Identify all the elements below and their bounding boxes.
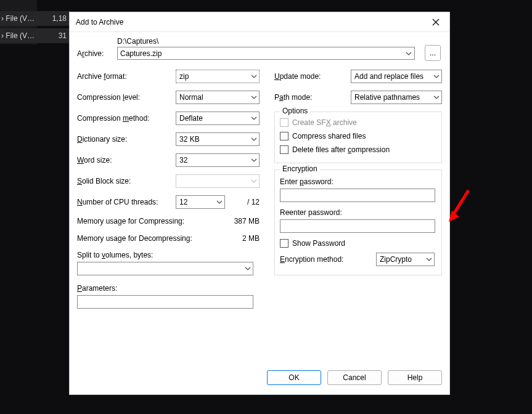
chevron-down-icon <box>251 115 257 121</box>
dictionary-size-row: Dictionary size: 32 KB <box>77 132 260 146</box>
browse-button[interactable]: ... <box>425 45 441 61</box>
annotation-arrow-icon <box>447 187 472 224</box>
archive-label: Archive: <box>77 49 111 60</box>
bg-file-size: 1,18 <box>52 14 67 23</box>
encryption-method-label: Encryption method: <box>280 255 371 264</box>
archive-format-label: Archive format: <box>77 72 176 81</box>
ok-button[interactable]: OK <box>267 370 321 385</box>
compress-shared-label: Compress shared files <box>292 132 366 140</box>
sfx-row: Create SFX archive <box>280 118 436 127</box>
memory-decompress-value: 2 MB <box>242 234 260 243</box>
memory-decompress-label: Memory usage for Decompressing: <box>77 234 192 243</box>
word-size-select[interactable]: 32 <box>176 153 260 167</box>
compression-method-row: Compression method: Deflate <box>77 112 260 125</box>
reenter-password-label: Reenter password: <box>280 208 436 217</box>
solid-block-label: Solid Block size: <box>77 177 176 185</box>
options-title: Options <box>280 107 310 115</box>
chevron-down-icon <box>251 94 257 100</box>
split-volumes-label: Split to volumes, bytes: <box>77 251 260 259</box>
archive-filename-select[interactable]: Captures.zip <box>117 47 415 60</box>
chevron-down-icon <box>251 136 257 142</box>
update-mode-select[interactable]: Add and replace files <box>351 70 442 83</box>
path-mode-label: Path mode: <box>274 93 351 102</box>
word-size-row: Word size: 32 <box>77 153 260 167</box>
encryption-method-select[interactable]: ZipCrypto <box>376 253 435 266</box>
path-mode-select[interactable]: Relative pathnames <box>351 91 442 104</box>
bg-file-row-1: › File (V… 1,18 <box>0 11 70 26</box>
compression-level-label: Compression level: <box>77 93 176 102</box>
reenter-password-input[interactable] <box>280 219 435 233</box>
close-button[interactable] <box>422 12 449 32</box>
chevron-down-icon <box>251 73 257 79</box>
archive-row: Archive: D:\Captures\ Captures.zip ... <box>77 37 442 60</box>
compress-shared-checkbox[interactable] <box>280 132 289 140</box>
memory-compress-value: 387 MB <box>234 217 260 225</box>
bg-file-label: › File (V… <box>1 31 35 40</box>
compress-shared-row[interactable]: Compress shared files <box>280 132 436 140</box>
enter-password-label: Enter password: <box>280 177 436 186</box>
chevron-down-icon <box>251 157 257 163</box>
memory-decompress-row: Memory usage for Decompressing: 2 MB <box>77 233 260 243</box>
update-mode-label: Update mode: <box>274 72 351 81</box>
memory-compress-row: Memory usage for Compressing: 387 MB <box>77 216 260 226</box>
encryption-group: Encryption Enter password: Reenter passw… <box>274 169 442 275</box>
dialog-title: Add to Archive <box>76 18 123 26</box>
delete-after-checkbox[interactable] <box>280 145 289 154</box>
solid-block-row: Solid Block size: <box>77 174 260 188</box>
encryption-method-row: Encryption method: ZipCrypto <box>280 253 436 266</box>
archive-format-row: Archive format: zip <box>77 70 260 83</box>
dictionary-size-label: Dictionary size: <box>77 135 176 144</box>
show-password-row[interactable]: Show Password <box>280 239 436 248</box>
titlebar: Add to Archive <box>70 12 449 32</box>
left-column: Archive format: zip Compression level: N… <box>77 70 260 317</box>
cpu-threads-select[interactable]: 12 <box>176 195 225 209</box>
compression-method-label: Compression method: <box>77 114 176 123</box>
update-mode-row: Update mode: Add and replace files <box>274 70 442 83</box>
help-button[interactable]: Help <box>388 370 442 385</box>
right-column: Update mode: Add and replace files Path … <box>274 70 442 317</box>
chevron-down-icon <box>245 266 251 272</box>
cpu-threads-row: Number of CPU threads: 12 / 12 <box>77 195 260 209</box>
footer: OK Cancel Help <box>70 367 449 394</box>
cpu-threads-label: Number of CPU threads: <box>77 198 176 206</box>
memory-compress-label: Memory usage for Compressing: <box>77 217 184 225</box>
archive-format-select[interactable]: zip <box>176 70 260 83</box>
close-icon <box>432 18 440 26</box>
archive-path-group: D:\Captures\ Captures.zip <box>117 37 415 60</box>
encryption-title: Encryption <box>280 164 320 173</box>
sfx-checkbox <box>280 118 289 127</box>
bg-file-label: › File (V… <box>1 14 35 23</box>
bg-file-row-2: › File (V… 31 <box>0 28 70 43</box>
compression-method-select[interactable]: Deflate <box>176 112 260 125</box>
enter-password-input[interactable] <box>280 189 435 202</box>
chevron-down-icon <box>406 51 412 57</box>
compression-level-row: Compression level: Normal <box>77 91 260 104</box>
parameters-input[interactable] <box>77 295 253 309</box>
chevron-down-icon <box>251 178 257 184</box>
add-to-archive-dialog: Add to Archive Archive: D:\Captures\ Cap… <box>69 12 450 395</box>
chevron-down-icon <box>426 256 432 262</box>
split-volumes-select[interactable] <box>77 262 253 275</box>
sfx-label: Create SFX archive <box>292 118 357 127</box>
archive-filename: Captures.zip <box>120 49 162 58</box>
path-mode-row: Path mode: Relative pathnames <box>274 91 442 104</box>
chevron-down-icon <box>433 73 440 79</box>
chevron-down-icon <box>216 199 223 205</box>
chevron-down-icon <box>433 94 440 100</box>
archive-path: D:\Captures\ <box>117 37 415 46</box>
cpu-threads-total: / 12 <box>230 198 260 206</box>
parameters-label: Parameters: <box>77 284 260 293</box>
word-size-label: Word size: <box>77 156 176 164</box>
bg-file-size: 31 <box>59 31 67 40</box>
options-group: Options Create SFX archive Compress shar… <box>274 112 442 163</box>
solid-block-select <box>176 174 260 188</box>
delete-after-row[interactable]: Delete files after compression <box>280 145 436 154</box>
compression-level-select[interactable]: Normal <box>176 91 260 104</box>
show-password-label: Show Password <box>292 239 345 248</box>
dictionary-size-select[interactable]: 32 KB <box>176 132 260 146</box>
delete-after-label: Delete files after compression <box>292 145 390 154</box>
show-password-checkbox[interactable] <box>280 239 289 248</box>
cancel-button[interactable]: Cancel <box>327 370 382 385</box>
columns: Archive format: zip Compression level: N… <box>77 70 442 317</box>
dialog-body: Archive: D:\Captures\ Captures.zip ... A… <box>70 32 449 367</box>
